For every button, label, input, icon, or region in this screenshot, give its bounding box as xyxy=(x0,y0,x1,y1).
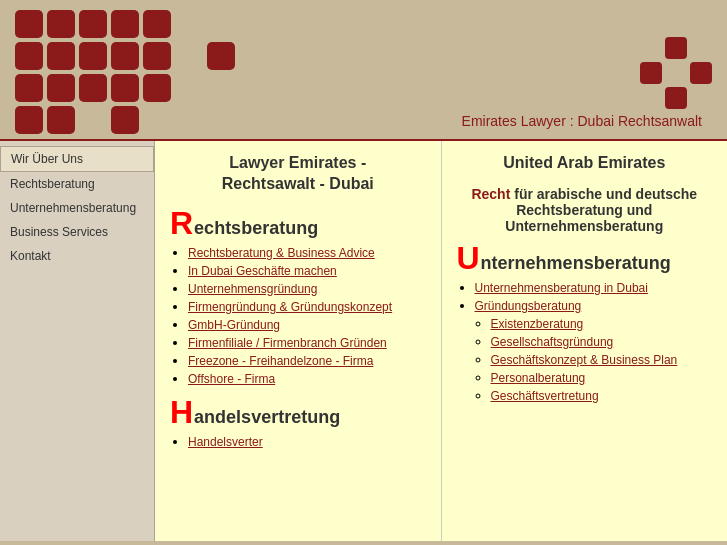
mini-cell xyxy=(640,62,662,84)
logo-cell xyxy=(79,74,107,102)
logo-cell xyxy=(79,10,107,38)
link-unternehmensberatung-dubai[interactable]: Unternehmensberatung in Dubai xyxy=(475,281,648,295)
logo-grid-right xyxy=(640,37,712,109)
logo-cell xyxy=(143,42,171,70)
logo-cell xyxy=(15,10,43,38)
logo-cell xyxy=(47,106,75,134)
link-geschaftsvertretung[interactable]: Geschäftsvertretung xyxy=(491,389,599,403)
list-item: Freezone - Freihandelzone - Firma xyxy=(188,353,426,368)
link-handelsverter[interactable]: Handelsverter xyxy=(188,435,263,449)
list-item: Geschäftsvertretung xyxy=(491,388,713,403)
link-offshore-firma[interactable]: Offshore - Firma xyxy=(188,372,275,386)
header-title: Emirates Lawyer : Dubai Rechtsanwalt xyxy=(462,113,702,129)
right-column: United Arab Emirates Recht für arabische… xyxy=(442,141,728,541)
link-firmenfiliale[interactable]: Firmenfiliale / Firmenbranch Gründen xyxy=(188,336,387,350)
logo-cell xyxy=(207,42,235,70)
sidebar-item-unternehmensberatung[interactable]: Unternehmensberatung xyxy=(0,196,154,220)
mini-cell xyxy=(640,37,662,59)
logo-cell xyxy=(175,106,203,134)
rechtsberatung-list: Rechtsberatung & Business Advice In Duba… xyxy=(170,245,426,386)
logo-cell xyxy=(79,106,107,134)
link-freezone[interactable]: Freezone - Freihandelzone - Firma xyxy=(188,354,373,368)
list-item: Gesellschaftsgründung xyxy=(491,334,713,349)
main-wrapper: Wir Über Uns Rechtsberatung Unternehmens… xyxy=(0,141,727,541)
logo-cell xyxy=(143,10,171,38)
logo-cell xyxy=(111,42,139,70)
mini-cell xyxy=(640,87,662,109)
link-unternehmensgrundung[interactable]: Unternehmensgründung xyxy=(188,282,317,296)
logo-grid-left xyxy=(15,10,235,134)
sidebar-item-wir-uber-uns[interactable]: Wir Über Uns xyxy=(0,146,154,172)
link-geschaftskonzept[interactable]: Geschäftskonzept & Business Plan xyxy=(491,353,678,367)
logo-cell xyxy=(15,106,43,134)
link-dubai-geschafte[interactable]: In Dubai Geschäfte machen xyxy=(188,264,337,278)
sidebar: Wir Über Uns Rechtsberatung Unternehmens… xyxy=(0,141,155,541)
section-rechtsberatung-heading: Rechtsberatung xyxy=(170,207,426,239)
list-item: Unternehmensgründung xyxy=(188,281,426,296)
list-item: Existenzberatung xyxy=(491,316,713,331)
list-item: Personalberatung xyxy=(491,370,713,385)
link-firmengrundung[interactable]: Firmengründung & Gründungskonzept xyxy=(188,300,392,314)
list-item: Firmenfiliale / Firmenbranch Gründen xyxy=(188,335,426,350)
unternehmensberatung-list: Unternehmensberatung in Dubai Gründungsb… xyxy=(457,280,713,403)
handelsvertretung-list: Handelsverter xyxy=(170,434,426,449)
mini-cell xyxy=(665,87,687,109)
left-col-title: Lawyer Emirates -Rechtsawalt - Dubai xyxy=(170,153,426,195)
right-col-subtitle: Recht für arabische und deutsche Rechtsb… xyxy=(457,186,713,234)
mini-cell xyxy=(665,37,687,59)
logo-cell xyxy=(143,74,171,102)
logo-cell xyxy=(47,10,75,38)
logo-cell xyxy=(175,42,203,70)
link-rechtsberatung-business[interactable]: Rechtsberatung & Business Advice xyxy=(188,246,375,260)
logo-cell xyxy=(175,74,203,102)
link-gesellschaftsgrundung[interactable]: Gesellschaftsgründung xyxy=(491,335,614,349)
list-item: In Dubai Geschäfte machen xyxy=(188,263,426,278)
list-item: GmbH-Gründung xyxy=(188,317,426,332)
list-item: Geschäftskonzept & Business Plan xyxy=(491,352,713,367)
sidebar-item-business-services[interactable]: Business Services xyxy=(0,220,154,244)
logo-cell xyxy=(111,74,139,102)
sidebar-item-rechtsberatung[interactable]: Rechtsberatung xyxy=(0,172,154,196)
link-grundungsberatung[interactable]: Gründungsberatung xyxy=(475,299,582,313)
mini-cell xyxy=(690,87,712,109)
logo-cell xyxy=(143,106,171,134)
list-item: Offshore - Firma xyxy=(188,371,426,386)
header-right: Emirates Lawyer : Dubai Rechtsanwalt xyxy=(462,37,712,134)
mini-cell xyxy=(690,37,712,59)
logo-cell xyxy=(111,106,139,134)
list-item: Rechtsberatung & Business Advice xyxy=(188,245,426,260)
right-col-title: United Arab Emirates xyxy=(457,153,713,174)
logo-cell xyxy=(175,10,203,38)
logo-cell xyxy=(47,74,75,102)
logo-cell xyxy=(207,10,235,38)
list-item: Unternehmensberatung in Dubai xyxy=(475,280,713,295)
header: Emirates Lawyer : Dubai Rechtsanwalt xyxy=(0,0,727,139)
logo-cell xyxy=(15,42,43,70)
logo-cell xyxy=(207,106,235,134)
sidebar-item-kontakt[interactable]: Kontakt xyxy=(0,244,154,268)
link-gmbh-grundung[interactable]: GmbH-Gründung xyxy=(188,318,280,332)
grundungsberatung-sublist: Existenzberatung Gesellschaftsgründung G… xyxy=(475,316,713,403)
list-item-grundungsberatung: Gründungsberatung Existenzberatung Gesel… xyxy=(475,298,713,403)
content-area: Lawyer Emirates -Rechtsawalt - Dubai Rec… xyxy=(155,141,727,541)
list-item: Firmengründung & Gründungskonzept xyxy=(188,299,426,314)
section-handelsvertretung-heading: Handelsvertretung xyxy=(170,396,426,428)
link-existenzberatung[interactable]: Existenzberatung xyxy=(491,317,584,331)
section-unternehmensberatung-heading: Unternehmensberatung xyxy=(457,242,713,274)
logo-cell xyxy=(111,10,139,38)
logo-cell xyxy=(47,42,75,70)
mini-cell xyxy=(690,62,712,84)
logo-cell xyxy=(79,42,107,70)
mini-cell xyxy=(665,62,687,84)
logo-cell xyxy=(15,74,43,102)
left-column: Lawyer Emirates -Rechtsawalt - Dubai Rec… xyxy=(155,141,442,541)
logo-cell xyxy=(207,74,235,102)
list-item: Handelsverter xyxy=(188,434,426,449)
link-personalberatung[interactable]: Personalberatung xyxy=(491,371,586,385)
